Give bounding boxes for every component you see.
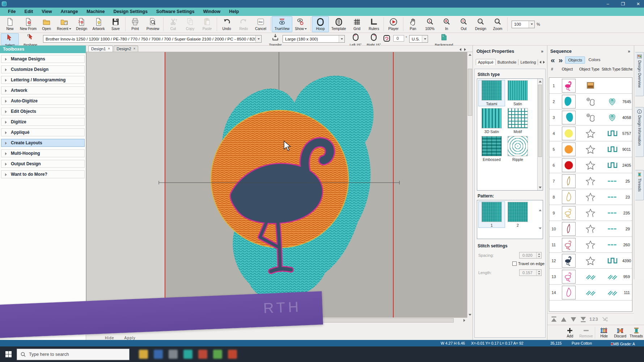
new-button[interactable]: New bbox=[1, 16, 18, 32]
hoop-button[interactable]: Hoop bbox=[312, 16, 329, 32]
trueview-button[interactable]: wwTrueView bbox=[272, 16, 292, 32]
scroll-up-icon[interactable] bbox=[467, 52, 473, 58]
new-from-button[interactable]: New From bbox=[18, 16, 38, 32]
menu-view[interactable]: View bbox=[37, 8, 56, 16]
menu-design-settings[interactable]: Design Settings bbox=[109, 8, 152, 16]
artwork-button[interactable]: Artwork bbox=[90, 16, 107, 32]
rotate-custom-button[interactable] bbox=[383, 34, 391, 44]
taskbar-search-input[interactable]: Type here to search bbox=[17, 349, 130, 360]
stitch-type-embossed[interactable]: Embossed bbox=[479, 136, 505, 162]
sequence-row-8[interactable]: 823 bbox=[549, 189, 632, 205]
sidebar-item-output-design[interactable]: Output Design bbox=[1, 160, 85, 168]
sequence-row-3[interactable]: 34058 bbox=[549, 110, 632, 125]
length-input[interactable]: 0.157 bbox=[519, 269, 542, 276]
discard-object-button[interactable]: Discard bbox=[612, 327, 628, 338]
hide-object-button[interactable]: Hide bbox=[596, 327, 612, 338]
canvas-vertical-scrollbar[interactable] bbox=[467, 52, 473, 318]
minimize-button[interactable]: – bbox=[604, 1, 611, 7]
spacing-spinner[interactable] bbox=[536, 252, 541, 258]
move-up-icon[interactable] bbox=[560, 316, 567, 323]
sidebar-item-appliqu-[interactable]: Appliqué bbox=[1, 128, 85, 136]
sequence-collapse-icon[interactable]: » bbox=[628, 49, 630, 54]
machine-select-dropdown[interactable]: Brother Innov-is 1250 / 1200/ 1000 / PE-… bbox=[43, 35, 262, 43]
resequence-123-button[interactable]: 123 bbox=[589, 316, 598, 322]
sequence-row-7[interactable]: 725 bbox=[549, 173, 632, 189]
design-overview-tab[interactable]: Design Overview bbox=[635, 52, 644, 96]
sequence-row-6[interactable]: 62405 bbox=[549, 157, 632, 173]
recent-button[interactable]: Recent bbox=[55, 16, 73, 32]
out-button[interactable]: Out bbox=[455, 16, 472, 32]
sequence-row-11[interactable]: 11260 bbox=[549, 237, 632, 253]
taskbar-app-icon[interactable] bbox=[183, 350, 192, 359]
stitch-scroll-up-icon[interactable] bbox=[538, 79, 543, 84]
move-down-icon[interactable] bbox=[570, 316, 577, 323]
sequence-row-2[interactable]: 27645 bbox=[549, 94, 632, 110]
tab-scroll-right-icon[interactable] bbox=[464, 48, 466, 51]
stitch-type-tatami[interactable]: Tatami bbox=[479, 80, 505, 106]
taskbar-app-icon[interactable] bbox=[154, 350, 163, 359]
remove-object-button[interactable]: Remove bbox=[578, 327, 594, 338]
close-tab-icon[interactable]: × bbox=[108, 46, 110, 52]
menu-arrange[interactable]: Arrange bbox=[56, 8, 82, 16]
stitch-scroll-down-icon[interactable] bbox=[538, 185, 543, 190]
in-button[interactable]: In bbox=[438, 16, 455, 32]
units-dropdown[interactable]: U.S. bbox=[409, 35, 428, 43]
select-tool-button[interactable]: Select bbox=[1, 33, 19, 45]
sidebar-item-want-to-do-more-[interactable]: Want to do More? bbox=[1, 170, 85, 178]
close-tab-icon[interactable]: × bbox=[134, 46, 136, 52]
background-button[interactable]: Background bbox=[433, 33, 455, 47]
threads-button[interactable]: Threads bbox=[628, 327, 644, 338]
preview-button[interactable]: Preview bbox=[144, 16, 162, 32]
zoom-level-dropdown[interactable]: 100 bbox=[512, 21, 535, 28]
tab-scroll-left-icon[interactable] bbox=[459, 48, 461, 51]
100%-button[interactable]: 1100% bbox=[421, 16, 438, 32]
sequence-object-list[interactable]: 1276453405845757590116240572582392351029… bbox=[549, 77, 632, 312]
properties-tab-appliqu-[interactable]: Appliqué bbox=[476, 59, 496, 65]
sidebar-item-digitize[interactable]: Digitize bbox=[1, 118, 85, 126]
add-object-button[interactable]: Add bbox=[562, 327, 578, 338]
pattern-scroll-up-icon[interactable] bbox=[539, 203, 542, 210]
sidebar-item-customize-design[interactable]: Customize Design bbox=[1, 65, 85, 73]
taskbar-app-icon[interactable] bbox=[213, 350, 222, 359]
design-button[interactable]: Design bbox=[73, 16, 90, 32]
taskbar-app-icon[interactable] bbox=[169, 350, 178, 359]
spacing-input[interactable]: 0.020 bbox=[519, 252, 542, 259]
menu-software-settings[interactable]: Software Settings bbox=[152, 8, 199, 16]
menu-window[interactable]: Window bbox=[199, 8, 225, 16]
open-button[interactable]: Open bbox=[38, 16, 55, 32]
stitch-type-scrollbar[interactable] bbox=[537, 79, 543, 190]
player-button[interactable]: Player bbox=[385, 16, 402, 32]
sidebar-item-edit-objects[interactable]: Edit Objects bbox=[1, 107, 85, 115]
pan-button[interactable]: Pan bbox=[404, 16, 421, 32]
show-button[interactable]: Show bbox=[292, 16, 309, 32]
cancel-button[interactable]: EscCancel bbox=[252, 16, 269, 32]
sidebar-item-multi-hooping[interactable]: Multi-Hooping bbox=[1, 149, 85, 157]
move-to-top-icon[interactable] bbox=[550, 316, 558, 323]
stitch-type-3d-satin[interactable]: 3D Satin bbox=[479, 108, 505, 134]
tabs-scroll-right-icon[interactable] bbox=[543, 61, 545, 64]
sidebar-item-artwork[interactable]: Artwork bbox=[1, 86, 85, 94]
sequence-row-4[interactable]: 45757 bbox=[549, 125, 632, 141]
sidebar-item-auto-digitize[interactable]: Auto-Digitize bbox=[1, 97, 85, 105]
stitch-type-satin[interactable]: Satin bbox=[505, 80, 531, 106]
sidebar-item-manage-designs[interactable]: Manage Designs bbox=[1, 55, 85, 63]
document-tab-design1[interactable]: Design1× bbox=[88, 46, 113, 52]
sequence-tab-colors[interactable]: Colors bbox=[586, 56, 603, 64]
sequence-row-14[interactable]: 14111 bbox=[549, 285, 632, 301]
transfer-button[interactable]: Transfer bbox=[266, 33, 285, 47]
zoom-button[interactable]: Zoom bbox=[489, 16, 506, 32]
rotate-left-15-button[interactable]: Left 15° bbox=[348, 33, 363, 47]
sequence-forward-button[interactable]: » bbox=[557, 56, 565, 64]
scroll-right-icon[interactable] bbox=[462, 318, 467, 323]
sequence-row-5[interactable]: 59011 bbox=[549, 141, 632, 157]
scroll-down-icon[interactable] bbox=[467, 312, 473, 318]
design-button[interactable]: Design bbox=[472, 16, 489, 32]
close-button[interactable]: ✕ bbox=[635, 1, 642, 7]
reshape-tool-button[interactable]: Reshape bbox=[21, 33, 40, 45]
menu-file[interactable]: File bbox=[4, 8, 20, 16]
sequence-row-13[interactable]: 13959 bbox=[549, 269, 632, 285]
taskbar-app-icon[interactable] bbox=[198, 350, 207, 359]
template-button[interactable]: Template bbox=[329, 16, 348, 32]
sidebar-item-create-layouts[interactable]: Create Layouts bbox=[1, 139, 85, 147]
grid-button[interactable]: Grid bbox=[348, 16, 365, 32]
